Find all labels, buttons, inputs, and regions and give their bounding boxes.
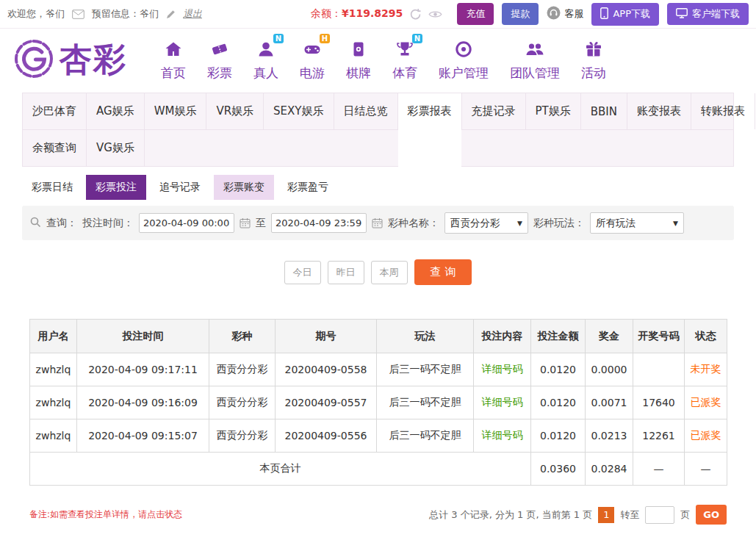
logout-link[interactable]: 退出 <box>183 7 202 21</box>
new-badge: N <box>273 34 284 43</box>
team-icon <box>525 39 544 60</box>
cell-play: 后三一码不定胆 <box>377 419 474 453</box>
goto-page-input[interactable] <box>645 506 674 524</box>
go-button[interactable]: GO <box>696 505 727 525</box>
nav-item-lottery[interactable]: 彩票 <box>207 39 232 82</box>
brand-name: 杏彩 <box>60 38 127 82</box>
tab-balance-query[interactable]: 余额查询 <box>23 130 87 166</box>
lottery-name-select[interactable]: 西贡分分彩 ▼ <box>444 212 528 234</box>
table-row: zwhzlq 2020-04-09 09:17:11 西贡分分彩 2020040… <box>30 353 727 386</box>
edit-icon[interactable] <box>166 10 176 19</box>
subtab-lottery-account-change[interactable]: 彩票账变 <box>214 175 274 200</box>
nav-item-boardgames[interactable]: 棋牌 <box>346 39 371 82</box>
yesterday-button[interactable]: 昨日 <box>328 261 364 284</box>
main-nav: 首页 彩票 N 真人 H 电游 棋牌 <box>161 39 606 82</box>
nav-item-account-management[interactable]: 账户管理 <box>439 39 489 82</box>
bet-detail-link[interactable]: 详细号码 <box>474 353 531 386</box>
gift-icon <box>584 39 603 60</box>
balance-text: 余额：¥119.8295 <box>311 7 403 21</box>
phone-icon <box>600 7 608 21</box>
balance-label: 余额： <box>311 7 342 19</box>
tab-bbin[interactable]: BBIN <box>581 93 627 129</box>
time-from-input[interactable] <box>139 213 234 233</box>
play-type-label: 彩种玩法： <box>533 217 585 230</box>
this-week-button[interactable]: 本周 <box>371 261 408 284</box>
cell-play: 后三一码不定胆 <box>377 386 474 419</box>
account-icon <box>454 39 473 60</box>
cell-lottery: 西贡分分彩 <box>209 419 276 453</box>
tab-ag[interactable]: AG娱乐 <box>87 93 145 129</box>
cell-issue: 20200409-0558 <box>276 353 377 386</box>
summary-amount: 0.0360 <box>531 453 586 486</box>
recharge-button[interactable]: 充值 <box>457 3 494 25</box>
reserved-info-text: 预留信息：爷们 <box>92 7 159 21</box>
tab-daily-summary[interactable]: 日结总览 <box>334 93 398 129</box>
home-icon <box>164 39 183 60</box>
cell-issue: 20200409-0556 <box>276 419 377 453</box>
subtab-lottery-profit[interactable]: 彩票盈亏 <box>278 175 338 200</box>
nav-item-live[interactable]: N 真人 <box>253 39 278 82</box>
nav-item-promotions[interactable]: 活动 <box>581 39 606 82</box>
subtab-chase-records[interactable]: 追号记录 <box>150 175 210 200</box>
bet-detail-link[interactable]: 详细号码 <box>474 419 531 453</box>
tab-vg[interactable]: VG娱乐 <box>87 130 145 166</box>
query-button[interactable]: 查 询 <box>414 259 472 285</box>
mahjong-icon <box>349 39 368 60</box>
tab-pt[interactable]: PT娱乐 <box>526 93 581 129</box>
refresh-icon[interactable] <box>409 8 422 21</box>
ticket-icon <box>210 39 229 60</box>
tab-account-change-report[interactable]: 账变报表 <box>627 93 691 129</box>
table-row: zwhzlq 2020-04-09 09:16:09 西贡分分彩 2020040… <box>30 386 727 419</box>
withdraw-button[interactable]: 提款 <box>502 3 539 25</box>
chevron-down-icon: ▼ <box>517 220 522 227</box>
tab-vr[interactable]: VR娱乐 <box>206 93 264 129</box>
welcome-text: 欢迎您，爷们 <box>7 7 65 21</box>
monitor-icon <box>676 8 688 21</box>
nav-item-home[interactable]: 首页 <box>161 39 186 82</box>
balance-value: ¥119.8295 <box>342 7 403 19</box>
status-link[interactable]: 未开奖 <box>685 353 727 386</box>
subtab-lottery-daily[interactable]: 彩票日结 <box>22 175 82 200</box>
table-header-cell: 投注时间 <box>77 320 209 353</box>
bet-detail-link[interactable]: 详细号码 <box>474 386 531 419</box>
customer-service-button[interactable]: 客服 <box>547 6 583 22</box>
cell-prize: 0.0000 <box>586 353 633 386</box>
search-icon <box>29 216 41 230</box>
brand-logo[interactable]: 杏彩 <box>13 38 127 82</box>
cell-amount: 0.0120 <box>531 353 586 386</box>
play-type-select[interactable]: 所有玩法 ▼ <box>590 212 684 234</box>
cell-bet-time: 2020-04-09 09:16:09 <box>77 386 209 419</box>
today-button[interactable]: 今日 <box>284 261 321 284</box>
eye-icon[interactable] <box>428 10 442 19</box>
cell-bet-time: 2020-04-09 09:17:11 <box>77 353 209 386</box>
headset-icon <box>547 6 561 22</box>
status-link[interactable]: 已派奖 <box>685 419 727 453</box>
table-header-cell: 玩法 <box>377 320 474 353</box>
subtab-lottery-bets[interactable]: 彩票投注 <box>86 175 146 200</box>
table-header-cell: 状态 <box>685 320 727 353</box>
tab-shaba-sports[interactable]: 沙巴体育 <box>23 93 87 129</box>
topbar: 欢迎您，爷们 预留信息：爷们 退出 余额：¥119.8295 充值 提款 客服 … <box>0 0 756 29</box>
time-to-input[interactable] <box>271 213 367 233</box>
tab-deposit-withdraw-record[interactable]: 充提记录 <box>462 93 526 129</box>
client-download-button[interactable]: 客户端下载 <box>667 3 749 25</box>
tab-lottery-report[interactable]: 彩票报表 <box>398 93 462 129</box>
calendar-icon[interactable] <box>240 217 251 228</box>
calendar-icon[interactable] <box>372 217 383 228</box>
quick-range-buttons: 今日 昨日 本周 查 询 <box>0 259 756 285</box>
cell-amount: 0.0120 <box>531 419 586 453</box>
goto-label: 转至 <box>620 508 639 522</box>
status-link[interactable]: 已派奖 <box>685 386 727 419</box>
page-footer: 备注:如需查看投注单详情，请点击状态 总计 3 个记录, 分为 1 页, 当前第… <box>29 505 727 525</box>
tab-transfer-report[interactable]: 转账报表 <box>691 93 755 129</box>
nav-item-sports[interactable]: N 体育 <box>392 39 417 82</box>
new-badge: N <box>412 34 422 43</box>
mail-icon[interactable] <box>72 10 84 19</box>
nav-item-egame[interactable]: H 电游 <box>300 39 325 82</box>
current-page-badge[interactable]: 1 <box>598 507 614 523</box>
tab-sexy[interactable]: SEXY娱乐 <box>264 93 334 129</box>
tab-wm[interactable]: WM娱乐 <box>145 93 207 129</box>
tab-row-2: 余额查询 VG娱乐 <box>23 130 733 166</box>
nav-item-team-management[interactable]: 团队管理 <box>510 39 560 82</box>
app-download-button[interactable]: APP下载 <box>591 3 659 26</box>
